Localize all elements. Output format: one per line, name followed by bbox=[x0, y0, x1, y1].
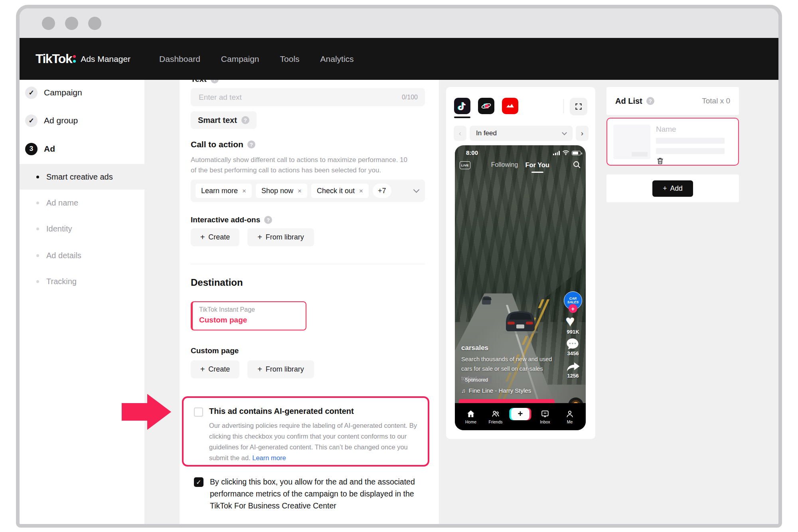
phone-time: 8:00 bbox=[466, 149, 478, 156]
preview-app-pangle[interactable] bbox=[502, 98, 518, 114]
sidebar-item-ad-name[interactable]: Ad name bbox=[20, 190, 144, 216]
help-icon[interactable]: ? bbox=[264, 216, 272, 224]
cta-tag[interactable]: Learn more × bbox=[196, 184, 252, 198]
help-icon[interactable]: ? bbox=[241, 116, 249, 124]
substep-label: Ad details bbox=[46, 251, 81, 260]
cta-tags-select[interactable]: Learn more × Shop now × Check it out × +… bbox=[191, 180, 425, 202]
ad-list-total: Total x 0 bbox=[702, 97, 730, 105]
placement-prev-button[interactable]: ‹ bbox=[454, 126, 466, 141]
nav-links: Dashboard Campaign Tools Analytics bbox=[159, 54, 354, 64]
preview-app-tiktok[interactable] bbox=[454, 98, 470, 114]
window-control-dot[interactable] bbox=[88, 17, 101, 30]
chevron-down-icon[interactable] bbox=[413, 186, 420, 193]
tab-for-you: For You bbox=[525, 161, 549, 169]
addons-from-library-button[interactable]: + From library bbox=[247, 228, 314, 246]
sidebar-step-ad[interactable]: 3 Ad bbox=[20, 140, 144, 158]
sidebar-item-ad-details[interactable]: Ad details bbox=[20, 243, 144, 268]
close-icon[interactable]: × bbox=[359, 188, 363, 194]
cta-tag[interactable]: Check it out × bbox=[311, 184, 369, 198]
nav-analytics[interactable]: Analytics bbox=[320, 54, 354, 64]
window-titlebar bbox=[20, 8, 778, 38]
close-icon[interactable]: × bbox=[242, 188, 246, 194]
sidebar-step-campaign[interactable]: ✓ Campaign bbox=[20, 83, 144, 102]
fullscreen-button[interactable] bbox=[570, 98, 587, 115]
content-area: ✓ Campaign ✓ Ad group 3 Ad Smart creativ… bbox=[20, 80, 778, 524]
trash-icon[interactable] bbox=[656, 156, 664, 165]
close-icon[interactable]: × bbox=[298, 188, 302, 194]
tiktok-colon-icon bbox=[73, 55, 76, 63]
nav-campaign[interactable]: Campaign bbox=[221, 54, 259, 64]
tiktok-logo[interactable]: TikTok bbox=[36, 51, 76, 66]
sidebar-item-smart-creative-ads[interactable]: Smart creative ads bbox=[20, 164, 144, 190]
preview-app-global[interactable] bbox=[478, 98, 494, 114]
learn-more-link[interactable]: Learn more bbox=[252, 454, 286, 461]
ad-text-field-wrap: 0/100 bbox=[191, 88, 425, 106]
button-label: Create bbox=[208, 233, 230, 241]
cta-tag[interactable]: Shop now × bbox=[256, 184, 307, 198]
plus-icon: + bbox=[663, 184, 667, 193]
ai-disclosure-label: This ad contains AI-generated content bbox=[209, 407, 354, 416]
phone-nav-inbox: Inbox bbox=[535, 409, 555, 424]
smart-text-button[interactable]: Smart text ? bbox=[191, 111, 257, 129]
sidebar-item-identity[interactable]: Identity bbox=[20, 216, 144, 241]
nav-dashboard[interactable]: Dashboard bbox=[159, 54, 200, 64]
ad-name-placeholder: Name bbox=[656, 125, 676, 134]
product-name: Ads Manager bbox=[81, 54, 130, 64]
skeleton-bar bbox=[656, 138, 725, 144]
selected-app-underline bbox=[454, 117, 470, 118]
phone-screen: 8:00 LIVE Following For You bbox=[455, 145, 586, 430]
sidebar-step-adgroup[interactable]: ✓ Ad group bbox=[20, 111, 144, 130]
ai-content-checkbox[interactable] bbox=[194, 407, 203, 417]
placement-value: In feed bbox=[476, 129, 497, 137]
destination-card[interactable]: TikTok Instant Page Custom page bbox=[191, 301, 306, 330]
chevron-down-icon bbox=[562, 130, 567, 135]
window-control-dot[interactable] bbox=[42, 17, 55, 30]
create-plus-icon: + bbox=[511, 408, 529, 420]
signal-icon bbox=[553, 151, 560, 155]
label-text: Call to action bbox=[191, 140, 243, 149]
custom-page-from-library-button[interactable]: + From library bbox=[247, 360, 314, 378]
section-divider bbox=[191, 264, 425, 264]
button-label: Add bbox=[670, 184, 683, 193]
placement-next-button[interactable]: › bbox=[576, 126, 589, 141]
substep-label: Smart creative ads bbox=[46, 172, 113, 182]
window-control-dot[interactable] bbox=[65, 17, 78, 30]
custom-page-create-button[interactable]: + Create bbox=[191, 360, 239, 378]
ad-preview-panel: ‹ In feed › bbox=[446, 87, 595, 439]
addons-create-button[interactable]: + Create bbox=[191, 228, 239, 246]
add-ad-button[interactable]: + Add bbox=[652, 180, 693, 197]
friends-icon bbox=[490, 409, 501, 418]
ai-disclosure-description: Our advertising policies require the lab… bbox=[209, 420, 420, 463]
help-icon[interactable]: ? bbox=[646, 97, 654, 105]
substep-label: Tracking bbox=[46, 277, 77, 286]
bullet-icon bbox=[36, 280, 39, 283]
creative-center-checkbox[interactable]: ✓ bbox=[194, 477, 203, 487]
call-to-action-description: Automatically show different call to act… bbox=[191, 155, 414, 176]
substep-label: Ad name bbox=[46, 198, 78, 208]
planet-apps-icon bbox=[481, 101, 492, 111]
smart-text-label: Smart text bbox=[198, 116, 237, 125]
heart-icon: ♥ bbox=[565, 313, 575, 329]
step-number-badge: 3 bbox=[25, 143, 38, 155]
help-icon[interactable]: ? bbox=[211, 80, 219, 83]
phone-bottom-nav: Home Friends + bbox=[455, 403, 586, 430]
help-icon[interactable]: ? bbox=[247, 140, 255, 148]
interactive-addons-label: Interactive add-ons ? bbox=[191, 216, 272, 224]
step-label: Ad bbox=[44, 144, 55, 154]
ad-list-add-section: + Add bbox=[606, 174, 739, 202]
bullet-icon bbox=[36, 227, 39, 230]
button-label: From library bbox=[266, 233, 304, 241]
cta-more-badge[interactable]: +7 bbox=[373, 184, 391, 198]
ad-text-input[interactable] bbox=[198, 93, 397, 102]
char-counter: 0/100 bbox=[402, 94, 418, 101]
me-icon bbox=[565, 409, 575, 418]
sidebar-item-tracking[interactable]: Tracking bbox=[20, 269, 144, 294]
nav-tools[interactable]: Tools bbox=[280, 54, 300, 64]
check-icon: ✓ bbox=[25, 115, 38, 127]
call-to-action-label: Call to action ? bbox=[191, 140, 255, 149]
button-label: Create bbox=[208, 365, 230, 374]
placement-dropdown[interactable]: In feed bbox=[470, 126, 573, 141]
tag-label: Shop now bbox=[261, 187, 293, 195]
skeleton-bar bbox=[656, 148, 725, 154]
ad-list-item-card[interactable]: Name bbox=[606, 118, 739, 166]
